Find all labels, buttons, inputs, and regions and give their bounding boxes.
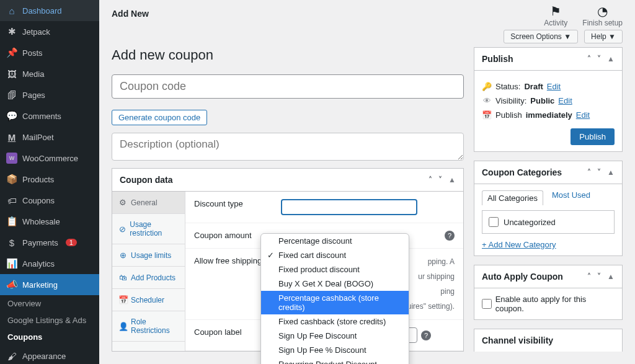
tab-most-used[interactable]: Most Used xyxy=(552,190,590,205)
key-icon: 🔑 xyxy=(482,82,492,91)
channel-visibility-panel: Channel visibility xyxy=(474,329,623,352)
generate-coupon-code-button[interactable]: Generate coupon code xyxy=(112,110,207,125)
sidebar-item-products[interactable]: 📦Products xyxy=(0,169,99,190)
activity-button[interactable]: ⚑Activity xyxy=(544,4,567,27)
finish-setup-button[interactable]: ◔Finish setup xyxy=(582,4,623,27)
pages-icon: 🗐 xyxy=(6,89,17,100)
media-icon: 🖼 xyxy=(6,68,17,79)
panel-toggle-icon[interactable]: ▲ xyxy=(607,55,615,63)
discount-type-label: Discount type xyxy=(194,199,281,208)
panel-down-icon[interactable]: ˅ xyxy=(597,55,601,63)
dashboard-icon: ⌂ xyxy=(6,5,17,16)
help-button[interactable]: Help ▼ xyxy=(584,30,623,43)
discount-option[interactable]: Buy X Get X Deal (BOGO) xyxy=(261,277,409,291)
discount-option[interactable]: Percentage discount xyxy=(261,234,409,248)
jetpack-icon: ✱ xyxy=(6,26,17,37)
category-label: Uncategorized xyxy=(504,218,556,227)
sidebar-sub-overview[interactable]: Overview xyxy=(0,295,99,312)
tab-add-products[interactable]: 🛍Add Products xyxy=(112,267,185,289)
tab-usage-limits[interactable]: ⊕Usage limits xyxy=(112,244,185,267)
panel-toggle-icon[interactable]: ▲ xyxy=(448,175,456,184)
add-new-category-link[interactable]: + Add New Category xyxy=(482,240,556,249)
products-icon: 📦 xyxy=(6,174,17,185)
discount-option[interactable]: Sign Up Fee % Discount xyxy=(261,343,409,357)
page-title: Add new coupon xyxy=(112,47,464,63)
discount-option[interactable]: Recurring Product Discount xyxy=(261,357,409,364)
categories-title: Coupon Categories xyxy=(482,167,562,177)
publish-button[interactable]: Publish xyxy=(571,128,615,145)
panel-up-icon[interactable]: ˄ xyxy=(587,55,591,63)
sidebar-sub-coupons[interactable]: Coupons xyxy=(0,329,99,345)
sidebar-item-analytics[interactable]: 📊Analytics xyxy=(0,253,99,274)
panel-down-icon[interactable]: ˅ xyxy=(597,168,601,177)
panel-down-icon[interactable]: ˅ xyxy=(438,175,442,184)
admin-sidebar: ⌂Dashboard ✱Jetpack 📌Posts 🖼Media 🗐Pages… xyxy=(0,0,99,364)
coupon-code-input[interactable] xyxy=(112,74,464,99)
sidebar-item-comments[interactable]: 💬Comments xyxy=(0,105,99,127)
calendar-icon: 📅 xyxy=(118,295,127,304)
panel-up-icon[interactable]: ˄ xyxy=(587,168,591,177)
panel-up-icon[interactable]: ˄ xyxy=(587,272,591,281)
sidebar-item-mailpoet[interactable]: MMailPoet xyxy=(0,127,99,148)
tab-general[interactable]: ⚙General xyxy=(112,192,185,214)
auto-apply-checkbox[interactable] xyxy=(482,299,492,309)
flag-icon: ⚑ xyxy=(544,4,567,19)
panel-toggle-icon[interactable]: ▲ xyxy=(607,272,615,281)
sidebar-item-payments[interactable]: $Payments1 xyxy=(0,232,99,253)
breadcrumb-add-new: Add New xyxy=(112,4,149,19)
help-icon[interactable]: ? xyxy=(445,231,455,241)
sidebar-item-woocommerce[interactable]: WWooCommerce xyxy=(0,148,99,169)
shipping-text: ping xyxy=(440,286,455,297)
plus-icon: ⊕ xyxy=(118,251,127,260)
publish-panel: Publish˄˅▲ 🔑Status: Draft Edit 👁Visibili… xyxy=(474,47,623,152)
help-icon[interactable]: ? xyxy=(421,331,431,340)
panel-up-icon[interactable]: ˄ xyxy=(429,175,432,184)
tab-scheduler[interactable]: 📅Scheduler xyxy=(112,289,185,311)
panel-toggle-icon[interactable]: ▲ xyxy=(607,168,615,177)
wholesale-icon: 📋 xyxy=(6,216,17,227)
eye-icon: 👁 xyxy=(482,96,492,105)
sidebar-item-jetpack[interactable]: ✱Jetpack xyxy=(0,21,99,42)
edit-schedule-link[interactable]: Edit xyxy=(576,110,590,120)
uncategorized-checkbox[interactable] xyxy=(489,217,499,227)
discount-option[interactable]: Sign Up Fee Discount xyxy=(261,329,409,343)
sidebar-item-media[interactable]: 🖼Media xyxy=(0,63,99,84)
edit-visibility-link[interactable]: Edit xyxy=(558,96,572,105)
categories-panel: Coupon Categories˄˅▲ All Categories Most… xyxy=(474,161,623,256)
gear-icon: ⚙ xyxy=(118,198,127,207)
coupon-data-tabs: ⚙General ⊘Usage restriction ⊕Usage limit… xyxy=(112,192,185,351)
discount-option[interactable]: Fixed cart discount xyxy=(261,248,409,262)
analytics-icon: 📊 xyxy=(6,258,17,269)
tab-role-restrictions[interactable]: 👤Role Restrictions xyxy=(112,311,185,342)
sidebar-item-pages[interactable]: 🗐Pages xyxy=(0,84,99,105)
posts-icon: 📌 xyxy=(6,47,17,58)
sidebar-item-marketing[interactable]: 📣Marketing xyxy=(0,274,99,295)
calendar-icon: 📅 xyxy=(482,110,492,120)
discount-option[interactable]: Fixed product discount xyxy=(261,262,409,277)
sidebar-item-posts[interactable]: 📌Posts xyxy=(0,42,99,63)
sidebar-sub-google-listings[interactable]: Google Listings & Ads xyxy=(0,312,99,329)
sidebar-item-wholesale[interactable]: 📋Wholesale xyxy=(0,211,99,232)
bag-icon: 🛍 xyxy=(118,273,127,282)
sidebar-item-appearance[interactable]: 🖌Appearance xyxy=(0,345,99,364)
publish-title: Publish xyxy=(482,54,513,64)
discount-option[interactable]: Fixed cashback (store credits) xyxy=(261,314,409,329)
sidebar-item-dashboard[interactable]: ⌂Dashboard xyxy=(0,0,99,21)
screen-options-button[interactable]: Screen Options ▼ xyxy=(504,30,578,43)
tab-usage-restriction[interactable]: ⊘Usage restriction xyxy=(112,214,185,244)
sidebar-item-coupons[interactable]: 🏷Coupons xyxy=(0,190,99,211)
user-icon: 👤 xyxy=(118,322,127,331)
shipping-text: ur shipping xyxy=(418,271,455,282)
top-bar: Add New ⚑Activity ◔Finish setup xyxy=(99,0,635,27)
block-icon: ⊘ xyxy=(118,224,126,234)
edit-status-link[interactable]: Edit xyxy=(547,82,561,91)
discount-type-select[interactable] xyxy=(281,199,417,215)
marketing-icon: 📣 xyxy=(6,279,17,290)
discount-option[interactable]: Percentage cashback (store credits) xyxy=(261,291,409,314)
description-textarea[interactable] xyxy=(112,133,464,161)
tab-all-categories[interactable]: All Categories xyxy=(482,190,543,205)
panel-down-icon[interactable]: ˅ xyxy=(597,272,601,281)
auto-apply-title: Auto Apply Coupon xyxy=(482,272,563,282)
shipping-text: pping. A xyxy=(428,256,455,267)
auto-apply-panel: Auto Apply Coupon˄˅▲ Enable auto apply f… xyxy=(474,265,623,320)
